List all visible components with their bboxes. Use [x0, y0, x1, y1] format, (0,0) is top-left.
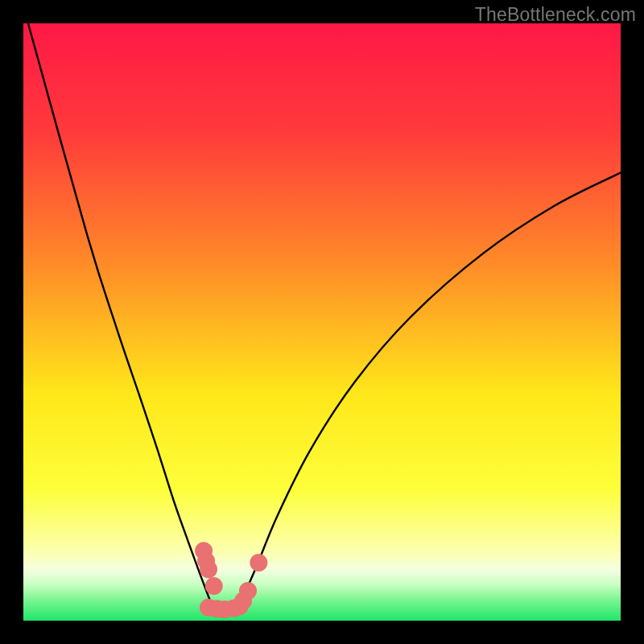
chart-svg: [23, 23, 621, 621]
watermark-text: TheBottleneck.com: [475, 4, 636, 26]
valley-marker-right-0: [239, 582, 257, 600]
valley-marker-left-2: [200, 560, 217, 578]
chart-plot-area: [23, 23, 621, 621]
valley-marker-left-3: [205, 577, 223, 595]
chart-background-gradient: [23, 23, 621, 621]
valley-marker-right-1: [250, 554, 267, 572]
